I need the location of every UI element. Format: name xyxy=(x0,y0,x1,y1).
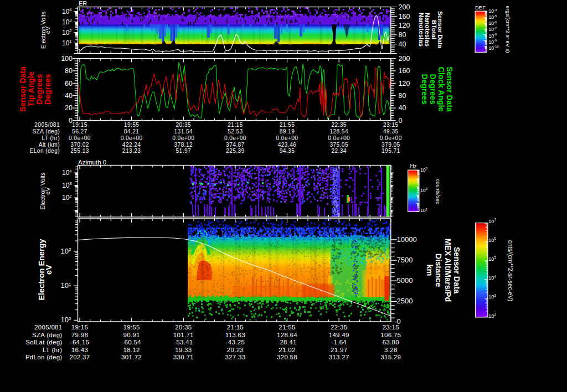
svg-text:63.80: 63.80 xyxy=(383,339,399,345)
svg-text:320.58: 320.58 xyxy=(277,354,297,360)
svg-text:20:35: 20:35 xyxy=(176,122,192,128)
svg-text:379.05: 379.05 xyxy=(382,142,400,148)
svg-text:40: 40 xyxy=(399,104,406,112)
svg-text:Sensor DataBTotalNanoteslasNan: Sensor DataBTotalNanoteslasNanoteslas xyxy=(418,11,444,49)
svg-text:0.0e+00: 0.0e+00 xyxy=(172,135,194,141)
svg-text:0.0e+00: 0.0e+00 xyxy=(328,135,350,141)
svg-text:19:55: 19:55 xyxy=(123,324,140,331)
svg-text:225.39: 225.39 xyxy=(226,148,245,154)
svg-text:7500: 7500 xyxy=(397,256,413,264)
svg-text:19.33: 19.33 xyxy=(175,347,192,353)
svg-text:-1.64: -1.64 xyxy=(331,339,347,345)
svg-text:-53.41: -53.41 xyxy=(174,339,193,345)
svg-text:23:15: 23:15 xyxy=(383,122,399,128)
svg-text:370.02: 370.02 xyxy=(70,142,89,148)
svg-text:80: 80 xyxy=(399,92,406,100)
svg-text:Hz: Hz xyxy=(410,163,416,169)
svg-text:120: 120 xyxy=(399,22,410,29)
svg-text:Azimuth 0: Azimuth 0 xyxy=(78,159,106,166)
svg-text:ELon (deg): ELon (deg) xyxy=(30,148,60,154)
svg-text:84.21: 84.21 xyxy=(124,128,140,135)
svg-text:20.23: 20.23 xyxy=(227,347,244,353)
svg-text:21.97: 21.97 xyxy=(331,347,347,353)
svg-text:21:55: 21:55 xyxy=(279,324,295,331)
svg-text:16.43: 16.43 xyxy=(71,347,88,353)
svg-text:131.54: 131.54 xyxy=(174,128,193,135)
svg-text:90.91: 90.91 xyxy=(123,332,140,338)
svg-text:79.98: 79.98 xyxy=(71,332,88,338)
svg-text:19:15: 19:15 xyxy=(72,122,87,128)
svg-text:40: 40 xyxy=(399,40,406,48)
svg-text:51.97: 51.97 xyxy=(176,148,192,154)
svg-text:49.35: 49.35 xyxy=(383,128,399,135)
svg-text:3.28: 3.28 xyxy=(384,347,398,353)
svg-text:19:55: 19:55 xyxy=(124,122,140,128)
svg-text:0.0e+00: 0.0e+00 xyxy=(380,135,402,141)
svg-text:20: 20 xyxy=(65,104,73,112)
svg-text:330.71: 330.71 xyxy=(173,354,194,360)
svg-text:ergs/(cm**2 sr eV s): ergs/(cm**2 sr eV s) xyxy=(505,6,511,53)
svg-text:2500: 2500 xyxy=(397,297,413,305)
svg-text:21.02: 21.02 xyxy=(279,347,295,353)
svg-text:40: 40 xyxy=(65,92,73,100)
svg-text:100: 100 xyxy=(61,55,73,63)
svg-text:21:55: 21:55 xyxy=(280,122,295,128)
svg-text:-43.25: -43.25 xyxy=(226,339,245,345)
svg-text:52.53: 52.53 xyxy=(228,128,243,135)
svg-text:106.75: 106.75 xyxy=(380,332,401,338)
svg-text:DEF: DEF xyxy=(475,4,486,11)
svg-text:SZA (deg): SZA (deg) xyxy=(33,128,60,135)
svg-text:160: 160 xyxy=(399,67,410,75)
svg-text:21:15: 21:15 xyxy=(228,122,243,128)
svg-text:ER: ER xyxy=(79,0,87,7)
svg-text:0.0e+00: 0.0e+00 xyxy=(224,135,246,141)
svg-text:LT (hr): LT (hr) xyxy=(42,135,60,141)
svg-text:5000: 5000 xyxy=(397,276,413,285)
svg-text:375.05: 375.05 xyxy=(329,142,348,148)
svg-text:-28.41: -28.41 xyxy=(277,339,296,345)
svg-text:149.49: 149.49 xyxy=(329,332,349,338)
svg-text:113.63: 113.63 xyxy=(225,332,245,338)
svg-text:0.0e+00: 0.0e+00 xyxy=(121,135,143,141)
svg-text:195.71: 195.71 xyxy=(382,148,400,154)
svg-text:cnts/(cm**2-sr-sec-eV): cnts/(cm**2-sr-sec-eV) xyxy=(507,240,514,302)
svg-text:22.34: 22.34 xyxy=(331,148,347,154)
svg-text:200: 200 xyxy=(399,3,410,11)
svg-text:-64.15: -64.15 xyxy=(70,339,89,345)
svg-text:80: 80 xyxy=(399,31,406,39)
svg-text:80: 80 xyxy=(65,67,73,75)
svg-text:327.33: 327.33 xyxy=(225,354,245,360)
svg-text:313.27: 313.27 xyxy=(329,354,349,360)
svg-text:56.27: 56.27 xyxy=(72,128,87,135)
svg-text:255.13: 255.13 xyxy=(70,148,89,154)
svg-text:PdLon (deg): PdLon (deg) xyxy=(25,354,63,360)
svg-text:10000: 10000 xyxy=(397,235,417,244)
svg-text:200: 200 xyxy=(399,55,410,63)
svg-text:20:35: 20:35 xyxy=(175,324,192,331)
svg-text:89.19: 89.19 xyxy=(280,128,295,135)
svg-text:19:15: 19:15 xyxy=(71,324,88,331)
svg-text:23:15: 23:15 xyxy=(383,324,399,331)
svg-text:128.54: 128.54 xyxy=(329,128,348,135)
svg-text:160: 160 xyxy=(399,13,410,20)
svg-text:423.46: 423.46 xyxy=(278,142,297,148)
svg-text:LT (hr): LT (hr) xyxy=(43,347,63,353)
svg-text:0.0e+00: 0.0e+00 xyxy=(69,135,91,141)
svg-text:374.87: 374.87 xyxy=(226,142,245,148)
svg-text:counts/sec: counts/sec xyxy=(435,179,441,204)
svg-text:94.35: 94.35 xyxy=(280,148,295,154)
svg-text:101.71: 101.71 xyxy=(173,332,194,338)
svg-text:213.23: 213.23 xyxy=(122,148,141,154)
svg-text:202.37: 202.37 xyxy=(70,354,90,360)
svg-text:22:35: 22:35 xyxy=(331,122,347,128)
svg-text:0: 0 xyxy=(399,117,403,125)
svg-text:2005/081: 2005/081 xyxy=(34,324,62,331)
svg-text:422.24: 422.24 xyxy=(122,142,141,148)
svg-text:128.64: 128.64 xyxy=(277,332,297,338)
svg-text:18.12: 18.12 xyxy=(123,347,140,353)
svg-text:SZA (deg): SZA (deg) xyxy=(32,332,62,338)
svg-text:2005/081: 2005/081 xyxy=(34,122,60,128)
svg-text:-60.54: -60.54 xyxy=(122,339,141,345)
svg-text:315.29: 315.29 xyxy=(380,354,401,360)
svg-text:0.0e+00: 0.0e+00 xyxy=(276,135,298,141)
